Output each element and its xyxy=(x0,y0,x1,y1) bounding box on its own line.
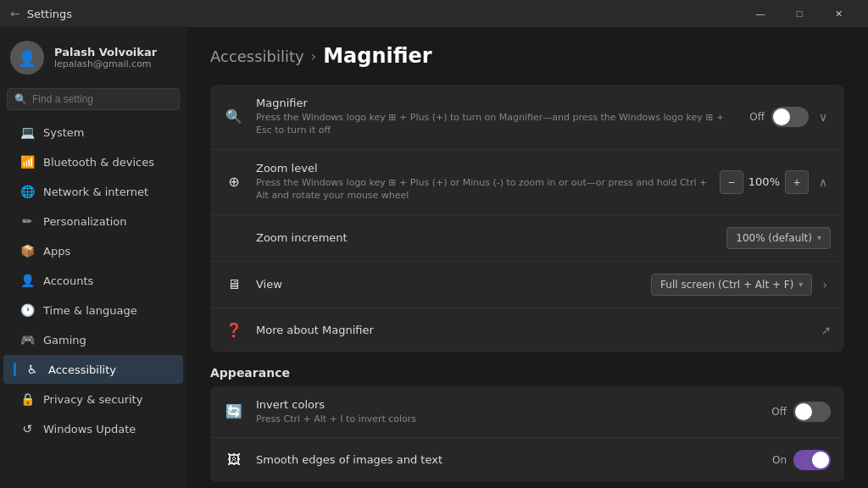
appearance-card: 🔄 Invert colors Press Ctrl + Alt + I to … xyxy=(210,386,844,482)
zoom-value: 100% xyxy=(748,175,780,188)
nav-icon-bluetooth: 📶 xyxy=(19,154,35,169)
more-about-icon: ❓ xyxy=(224,320,244,341)
nav-label-time: Time & language xyxy=(43,304,137,317)
magnifier-row: 🔍 Magnifier Press the Windows logo key ⊞… xyxy=(210,85,844,150)
invert-colors-title: Invert colors xyxy=(256,398,760,411)
invert-colors-toggle-thumb xyxy=(795,403,812,420)
breadcrumb-arrow: › xyxy=(311,48,316,64)
more-about-title: More about Magnifier xyxy=(256,324,809,336)
sidebar-item-bluetooth[interactable]: 📶 Bluetooth & devices xyxy=(3,147,183,176)
smooth-edges-content: Smooth edges of images and text xyxy=(256,453,760,466)
magnifier-desc: Press the Windows logo key ⊞ + Plus (+) … xyxy=(256,111,737,137)
active-indicator xyxy=(14,363,16,376)
sidebar-item-system[interactable]: 💻 System xyxy=(3,118,183,147)
nav-label-network: Network & internet xyxy=(43,186,148,198)
invert-colors-content: Invert colors Press Ctrl + Alt + I to in… xyxy=(256,398,760,425)
nav-icon-time: 🕐 xyxy=(19,302,35,318)
zoom-level-control: − 100% + ∧ xyxy=(720,170,831,194)
main-content: Accessibility › Magnifier 🔍 Magnifier Pr… xyxy=(186,27,868,488)
zoom-increment-value: 100% (default) xyxy=(736,232,812,244)
sidebar-item-update[interactable]: ↺ Windows Update xyxy=(3,414,183,443)
titlebar-title: Settings xyxy=(27,8,72,20)
search-box[interactable]: 🔍 xyxy=(7,88,180,110)
user-email: lepalash@gmail.com xyxy=(54,58,157,69)
zoom-decrease-button[interactable]: − xyxy=(720,170,743,194)
magnifier-status: Off xyxy=(749,111,765,123)
sidebar-item-network[interactable]: 🌐 Network & internet xyxy=(3,177,183,206)
zoom-controls: − 100% + xyxy=(720,170,809,194)
nav-label-gaming: Gaming xyxy=(43,334,86,347)
zoom-level-title: Zoom level xyxy=(256,162,708,175)
nav-label-accounts: Accounts xyxy=(43,274,93,287)
zoom-increment-dropdown-arrow: ▾ xyxy=(817,233,821,242)
sidebar-item-time[interactable]: 🕐 Time & language xyxy=(3,296,183,324)
zoom-level-icon: ⊕ xyxy=(224,172,244,192)
sidebar-item-gaming[interactable]: 🎮 Gaming xyxy=(3,325,183,354)
titlebar-left: ← Settings xyxy=(10,7,72,20)
nav-label-system: System xyxy=(43,126,84,139)
invert-colors-toggle[interactable] xyxy=(793,402,831,422)
magnifier-expand-button[interactable]: ∨ xyxy=(815,108,831,125)
zoom-increment-title: Zoom increment xyxy=(256,231,715,244)
view-icon: 🖥 xyxy=(224,274,244,295)
invert-colors-row: 🔄 Invert colors Press Ctrl + Alt + I to … xyxy=(210,386,844,438)
zoom-increase-button[interactable]: + xyxy=(785,170,809,194)
magnifier-content: Magnifier Press the Windows logo key ⊞ +… xyxy=(256,97,737,137)
sidebar-item-privacy[interactable]: 🔒 Privacy & security xyxy=(3,385,183,413)
magnifier-card: 🔍 Magnifier Press the Windows logo key ⊞… xyxy=(210,85,844,352)
breadcrumb-parent[interactable]: Accessibility xyxy=(210,47,304,65)
nav-icon-accounts: 👤 xyxy=(19,273,35,288)
view-dropdown[interactable]: Full screen (Ctrl + Alt + F) ▾ xyxy=(651,274,812,296)
titlebar-controls: — □ ✕ xyxy=(741,0,858,27)
invert-colors-icon: 🔄 xyxy=(224,402,244,422)
zoom-level-row: ⊕ Zoom level Press the Windows logo key … xyxy=(210,150,844,215)
smooth-edges-status: On xyxy=(772,454,787,466)
zoom-level-desc: Press the Windows logo key ⊞ + Plus (+) … xyxy=(256,176,708,202)
zoom-increment-content: Zoom increment xyxy=(256,231,715,244)
avatar-icon: 👤 xyxy=(18,49,36,67)
nav-label-bluetooth: Bluetooth & devices xyxy=(43,156,154,169)
view-control: Full screen (Ctrl + Alt + F) ▾ › xyxy=(651,274,831,296)
zoom-level-expand-button[interactable]: ∧ xyxy=(815,174,831,191)
search-icon: 🔍 xyxy=(14,93,27,105)
minimize-button[interactable]: — xyxy=(741,0,780,27)
nav-icon-update: ↺ xyxy=(19,421,35,436)
view-row: 🖥 View Full screen (Ctrl + Alt + F) ▾ › xyxy=(210,262,844,308)
sidebar-item-personalization[interactable]: ✏️ Personalization xyxy=(3,207,183,236)
search-input[interactable] xyxy=(32,93,172,105)
titlebar: ← Settings — □ ✕ xyxy=(0,0,868,27)
user-section: 👤 Palash Volvoikar lepalash@gmail.com xyxy=(0,27,186,85)
magnifier-title: Magnifier xyxy=(256,97,737,109)
nav-icon-apps: 📦 xyxy=(19,243,35,258)
breadcrumb-current: Magnifier xyxy=(323,44,431,68)
zoom-increment-dropdown[interactable]: 100% (default) ▾ xyxy=(726,227,831,249)
nav-container: 💻 System 📶 Bluetooth & devices 🌐 Network… xyxy=(0,117,186,444)
invert-colors-control: Off xyxy=(771,402,831,422)
app-container: 👤 Palash Volvoikar lepalash@gmail.com 🔍 … xyxy=(0,27,868,488)
nav-icon-gaming: 🎮 xyxy=(19,332,35,347)
smooth-edges-toggle-thumb xyxy=(812,452,829,469)
sidebar-item-accessibility[interactable]: ♿ Accessibility xyxy=(3,355,183,384)
sidebar-item-apps[interactable]: 📦 Apps xyxy=(3,236,183,265)
avatar: 👤 xyxy=(10,41,44,75)
maximize-button[interactable]: □ xyxy=(780,0,819,27)
user-name: Palash Volvoikar xyxy=(54,46,157,58)
magnifier-toggle[interactable] xyxy=(771,107,809,127)
magnifier-toggle-thumb xyxy=(773,108,790,125)
nav-label-privacy: Privacy & security xyxy=(43,393,142,406)
close-button[interactable]: ✕ xyxy=(819,0,858,27)
zoom-level-content: Zoom level Press the Windows logo key ⊞ … xyxy=(256,162,708,202)
view-title: View xyxy=(256,278,639,291)
sidebar: 👤 Palash Volvoikar lepalash@gmail.com 🔍 … xyxy=(0,27,186,488)
smooth-edges-toggle[interactable] xyxy=(793,450,831,470)
more-about-row[interactable]: ❓ More about Magnifier ↗ xyxy=(210,308,844,352)
smooth-edges-icon: 🖼 xyxy=(224,450,244,470)
nav-icon-system: 💻 xyxy=(19,125,35,140)
view-dropdown-value: Full screen (Ctrl + Alt + F) xyxy=(660,279,793,291)
external-link-icon[interactable]: ↗ xyxy=(821,324,831,337)
view-arrow-icon[interactable]: › xyxy=(819,274,831,295)
sidebar-item-accounts[interactable]: 👤 Accounts xyxy=(3,266,183,295)
magnifier-control: Off ∨ xyxy=(749,107,831,127)
appearance-section-title: Appearance xyxy=(210,366,844,380)
back-icon[interactable]: ← xyxy=(10,7,20,20)
